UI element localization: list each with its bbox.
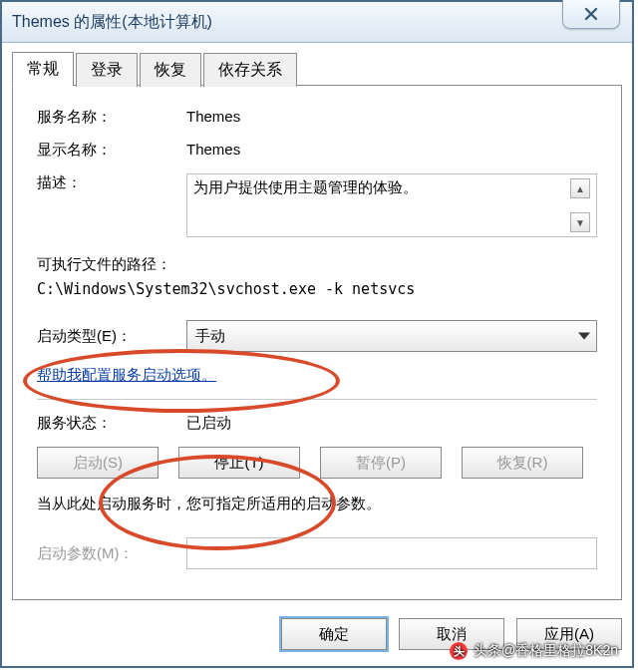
watermark-icon: 头 <box>450 642 468 660</box>
divider <box>37 399 597 400</box>
label-display-name: 显示名称： <box>37 141 186 160</box>
tab-recovery[interactable]: 恢复 <box>140 53 201 87</box>
tab-logon[interactable]: 登录 <box>76 53 138 87</box>
ok-button[interactable]: 确定 <box>281 618 387 650</box>
close-button[interactable] <box>562 0 620 29</box>
help-link[interactable]: 帮助我配置服务启动选项。 <box>37 366 216 383</box>
value-service-status: 已启动 <box>186 414 597 433</box>
client-area: 常规 登录 恢复 依存关系 服务名称： Themes 显示名称： Themes … <box>12 50 622 656</box>
tab-panel-general: 服务名称： Themes 显示名称： Themes 描述： 为用户提供使用主题管… <box>12 85 622 600</box>
tab-dependencies[interactable]: 依存关系 <box>203 53 297 87</box>
watermark-text: 头条@香格里格拉8K2n <box>474 642 618 660</box>
properties-window: Themes 的属性(本地计算机) 常规 登录 恢复 依存关系 服务名称： Th… <box>0 0 634 668</box>
service-control-buttons: 启动(S) 停止(T) 暂停(P) 恢复(R) <box>37 447 597 479</box>
value-description: 为用户提供使用主题管理的体验。 <box>193 178 570 232</box>
start-params-hint: 当从此处启动服务时，您可指定所适用的启动参数。 <box>37 495 597 513</box>
pause-button: 暂停(P) <box>320 447 442 479</box>
startup-type-combobox[interactable]: 手动 <box>186 320 597 352</box>
label-startup-type: 启动类型(E)： <box>37 327 186 346</box>
startup-type-value: 手动 <box>195 327 225 346</box>
start-button: 启动(S) <box>37 447 159 479</box>
window-title: Themes 的属性(本地计算机) <box>12 12 212 33</box>
chevron-down-icon <box>578 333 590 340</box>
description-scrollbar[interactable]: ▲ ▼ <box>570 178 590 232</box>
tabstrip: 常规 登录 恢复 依存关系 <box>12 50 622 86</box>
value-display-name: Themes <box>186 141 597 158</box>
tab-general[interactable]: 常规 <box>12 52 74 87</box>
label-service-status: 服务状态： <box>37 414 186 433</box>
scroll-up-icon[interactable]: ▲ <box>570 178 590 198</box>
resume-button: 恢复(R) <box>462 447 583 479</box>
watermark: 头 头条@香格里格拉8K2n <box>450 642 618 660</box>
titlebar: Themes 的属性(本地计算机) <box>2 2 632 43</box>
scroll-down-icon[interactable]: ▼ <box>570 212 590 232</box>
label-start-params: 启动参数(M)： <box>37 544 186 563</box>
label-service-name: 服务名称： <box>37 108 186 127</box>
label-description: 描述： <box>37 173 186 192</box>
start-params-input[interactable] <box>186 537 597 569</box>
stop-button[interactable]: 停止(T) <box>178 447 300 479</box>
description-box: 为用户提供使用主题管理的体验。 ▲ ▼ <box>186 173 597 237</box>
value-exe-path: C:\Windows\System32\svchost.exe -k netsv… <box>37 280 597 298</box>
value-service-name: Themes <box>186 108 597 125</box>
label-exe-path: 可执行文件的路径： <box>37 255 597 274</box>
close-icon <box>583 6 599 22</box>
